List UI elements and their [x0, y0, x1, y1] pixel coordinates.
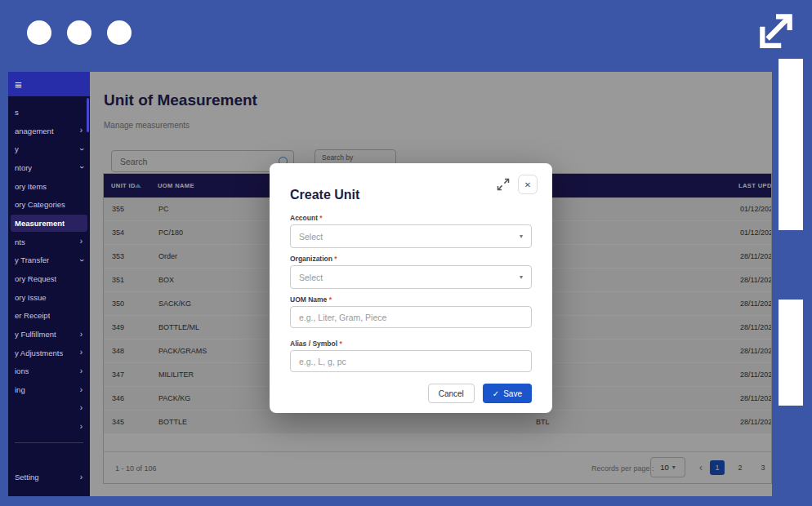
sidebar-item-setting[interactable]: Setting› [8, 468, 90, 486]
sidebar-item-y-adjustments[interactable]: y Adjustments› [8, 344, 90, 362]
sidebar-item-label: ing [15, 385, 25, 394]
chevron-right-icon: › [80, 386, 83, 394]
sidebar-item-label: ory Categories [15, 200, 65, 209]
window-control-dot[interactable] [67, 20, 91, 45]
chevron-down-icon: › [77, 166, 85, 169]
chevron-right-icon: › [80, 367, 83, 375]
caret-down-icon: ▾ [520, 233, 523, 240]
sidebar-item-label: y Fulfillment [15, 330, 56, 339]
uom-name-label: UOM Name * [290, 295, 532, 304]
sidebar-item-s[interactable]: s [8, 103, 90, 122]
required-asterisk: * [337, 340, 342, 348]
select-value: Select [299, 232, 323, 242]
sidebar-item-ing[interactable]: ing› [8, 380, 90, 399]
alias-symbol-label: Alias / Symbol * [290, 340, 532, 348]
sidebar-item-ntory[interactable]: ntory› [8, 158, 90, 177]
sidebar-item-label: ntory [15, 163, 32, 172]
chevron-right-icon: › [80, 331, 83, 339]
sidebar-header: ≡ [8, 72, 90, 96]
chevron-down-icon: › [77, 148, 85, 150]
account-label: Account * [290, 214, 532, 222]
modal-actions: Cancel ✓ Save [290, 384, 532, 403]
organization-select[interactable]: Select▾ [290, 265, 532, 289]
sidebar-item-measurement[interactable]: Measurement [8, 214, 90, 233]
sidebar-item[interactable]: › [8, 399, 90, 418]
cancel-button[interactable]: Cancel [428, 384, 475, 403]
required-asterisk: * [332, 255, 337, 263]
sidebar-item-label: Setting [15, 473, 39, 482]
modal-title: Create Unit [290, 188, 532, 202]
sidebar-menu: sanagement›y›ntory›ory Itemsory Categori… [8, 96, 90, 436]
sidebar-item-y-fulfillment[interactable]: y Fulfillment› [8, 325, 90, 344]
sidebar-item-ory-request[interactable]: ory Request [8, 269, 90, 288]
required-asterisk: * [327, 295, 332, 304]
chevron-right-icon: › [80, 423, 83, 431]
check-icon: ✓ [493, 389, 499, 398]
select-value: Select [299, 273, 323, 282]
frame-scrollbar-thumb-top[interactable] [779, 59, 803, 230]
sidebar-item[interactable]: › [8, 418, 90, 437]
modal-fields: Account *Select▾Organization *Select▾UOM… [290, 214, 532, 372]
sidebar-footer-menu: Setting› [8, 468, 90, 486]
sidebar-item-label: er Receipt [15, 311, 50, 320]
create-unit-modal: ✕ Create Unit Account *Select▾Organizati… [270, 163, 552, 413]
sidebar-item-label: nts [15, 237, 25, 246]
save-button[interactable]: ✓ Save [483, 384, 532, 403]
sidebar: ≡ sanagement›y›ntory›ory Itemsory Catego… [8, 72, 90, 496]
sidebar-item-label: anagement [15, 126, 54, 135]
sidebar-item-er-receipt[interactable]: er Receipt [8, 307, 90, 326]
sidebar-item-y[interactable]: y› [8, 140, 90, 158]
hamburger-menu-icon[interactable]: ≡ [15, 78, 22, 91]
sidebar-item-label: y Transfer [15, 255, 49, 264]
save-label: Save [503, 389, 522, 398]
alias-symbol-input[interactable] [290, 350, 532, 372]
sidebar-item-label: s [15, 108, 19, 117]
sidebar-divider [15, 442, 83, 443]
sidebar-item-label: ory Items [15, 182, 47, 191]
modal-header-icons: ✕ [497, 175, 538, 194]
sidebar-item-label: ory Request [15, 274, 56, 283]
sidebar-item-ory-categories[interactable]: ory Categories [8, 195, 90, 214]
sidebar-item-y-transfer[interactable]: y Transfer› [8, 251, 90, 270]
chevron-right-icon: › [80, 404, 83, 412]
sidebar-item-label: ory Issue [15, 293, 47, 302]
close-modal-button[interactable]: ✕ [518, 175, 538, 194]
organization-label: Organization * [290, 255, 532, 263]
expand-window-icon[interactable] [753, 10, 799, 51]
chevron-right-icon: › [80, 126, 83, 135]
sidebar-item-ions[interactable]: ions› [8, 362, 90, 381]
frame-scrollbar-thumb-bottom[interactable] [779, 300, 803, 406]
sidebar-item-label: ions [15, 366, 29, 375]
chevron-right-icon: › [80, 473, 83, 482]
sidebar-item-ory-issue[interactable]: ory Issue [8, 288, 90, 307]
account-select[interactable]: Select▾ [290, 224, 532, 248]
sidebar-item-anagement[interactable]: anagement› [8, 122, 90, 140]
caret-down-icon: ▾ [520, 274, 523, 281]
chevron-down-icon: › [77, 259, 85, 261]
sidebar-item-label: y [15, 144, 19, 153]
window-control-dot[interactable] [107, 20, 132, 45]
sidebar-item-label: Measurement [15, 219, 65, 228]
sidebar-item-label: y Adjustments [15, 348, 63, 357]
sidebar-item-nts[interactable]: nts› [8, 233, 90, 251]
window-control-dot[interactable] [27, 20, 51, 45]
required-asterisk: * [318, 214, 323, 222]
chevron-right-icon: › [80, 237, 83, 246]
chevron-right-icon: › [80, 348, 83, 357]
sidebar-item-ory-items[interactable]: ory Items [8, 177, 90, 196]
uom-name-input[interactable] [290, 306, 532, 328]
browser-frame: ≡ sanagement›y›ntory›ory Itemsory Catego… [0, 0, 812, 506]
expand-modal-icon[interactable] [497, 178, 510, 191]
